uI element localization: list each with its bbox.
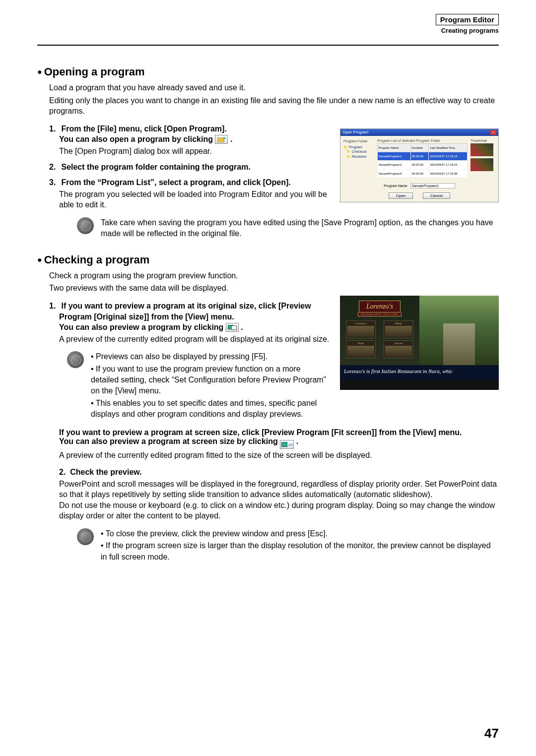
preview-thumb: Menu bbox=[384, 320, 413, 338]
preview-photo bbox=[419, 296, 499, 365]
thumbnail-preview bbox=[470, 158, 493, 171]
note-icon bbox=[77, 528, 94, 545]
table-row[interactable]: SampleProgram2 00:00:30 2010/04/27 17:19… bbox=[378, 161, 468, 169]
preview-thumb: Wine bbox=[346, 340, 376, 358]
preview-caption: Lorenzo's is first Italian Restaurant in… bbox=[340, 365, 499, 380]
horizontal-rule bbox=[37, 45, 499, 46]
tree-item[interactable]: Checkout bbox=[343, 149, 374, 154]
close-icon[interactable]: × bbox=[490, 130, 496, 135]
col-header: Program Name bbox=[378, 143, 411, 152]
col-header: Last Modified Time bbox=[429, 143, 468, 152]
col-header: Duration bbox=[410, 143, 429, 152]
opening-step-1: From the [File] menu, click [Open Progra… bbox=[59, 124, 330, 157]
opening-step-2: Select the program folder containing the… bbox=[59, 162, 330, 173]
tree-item[interactable]: Received bbox=[343, 154, 374, 159]
opening-intro-1: Load a program that you have already sav… bbox=[49, 82, 499, 93]
program-list-table: Program Name Duration Last Modified Time… bbox=[377, 143, 468, 178]
preview-thumb: Access bbox=[384, 340, 413, 358]
checking-note-1: Previews can also be displayed by pressi… bbox=[91, 351, 330, 421]
preview-logo: Lorenzo's bbox=[359, 301, 401, 313]
note-icon bbox=[77, 217, 94, 234]
opening-intro-2: Editing only the places you want to chan… bbox=[49, 95, 499, 117]
table-row[interactable]: SampleProgram1 00:00:30 2010/04/27 17:19… bbox=[378, 152, 468, 161]
open-button[interactable]: Open bbox=[389, 192, 413, 199]
section-title-checking: Checking a program bbox=[37, 253, 499, 266]
checking-step-2-body: PowerPoint and scroll messages will be d… bbox=[59, 479, 499, 521]
header-category: Program Editor bbox=[436, 14, 499, 25]
opening-note: Take care when saving the program you ha… bbox=[101, 217, 499, 240]
table-row[interactable]: SampleProgram3 00:00:30 2010/04/27 17:19… bbox=[378, 169, 468, 178]
checking-intro-2: Two previews with the same data will be … bbox=[49, 283, 499, 294]
open-program-dialog: Open Program × Program Folder Program Ch… bbox=[340, 128, 499, 202]
header-subcategory: Creating programs bbox=[436, 27, 499, 34]
cancel-button[interactable]: Cancel bbox=[423, 192, 450, 199]
fit-body: A preview of the currently edited progra… bbox=[59, 451, 499, 460]
open-program-icon bbox=[215, 135, 228, 144]
checking-intro-1: Check a program using the program previe… bbox=[49, 270, 499, 281]
checking-note-2: To close the preview, click the preview … bbox=[101, 528, 499, 564]
tree-label: Program Folder bbox=[343, 139, 374, 144]
fit-step: If you want to preview a program at scre… bbox=[59, 428, 499, 449]
preview-logo-sub: RISTORANTE ITALIANO bbox=[358, 313, 402, 316]
opening-step-3: From the “Program List”, select a progra… bbox=[59, 177, 330, 210]
preview-original-icon bbox=[226, 323, 239, 332]
name-label: Program Name bbox=[384, 184, 407, 188]
dialog-title: Open Program bbox=[342, 130, 368, 134]
note-icon bbox=[67, 351, 84, 368]
thumbnail-label: Thumbnail bbox=[470, 139, 495, 142]
list-label: Program List of Selected Program Folder bbox=[377, 139, 468, 142]
preview-thumb: Lorenzo's bbox=[346, 320, 376, 338]
page-number: 47 bbox=[484, 726, 499, 741]
preview-fit-icon: FIT bbox=[280, 440, 294, 449]
thumbnail-preview bbox=[470, 143, 493, 156]
page-header: Program Editor Creating programs bbox=[436, 14, 499, 34]
checking-step-2: 2. Check the preview. bbox=[59, 468, 499, 477]
program-preview-image: Lorenzo's RISTORANTE ITALIANO Lorenzo's … bbox=[340, 296, 499, 390]
program-name-input[interactable] bbox=[410, 183, 455, 189]
tree-item[interactable]: Program bbox=[343, 145, 374, 150]
checking-step-1: If you want to preview a program at its … bbox=[59, 301, 330, 344]
section-title-opening: Opening a program bbox=[37, 65, 499, 78]
